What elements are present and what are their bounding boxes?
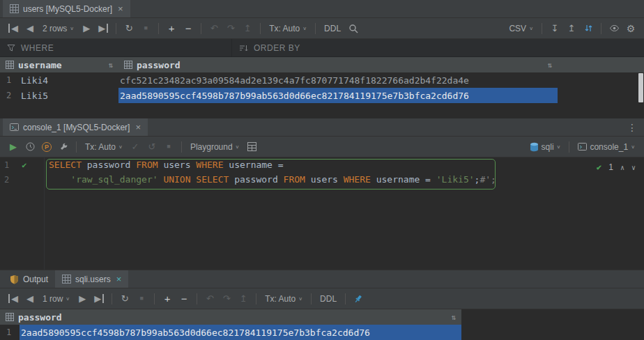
delete-row-button[interactable]: − [176,291,192,307]
tx-mode-dropdown[interactable]: Tx: Auto∨ [261,291,306,307]
success-double-check-icon: ✔✔ [597,162,601,172]
next-page-button[interactable]: ▶ [75,291,90,307]
scrollbar-thumb[interactable] [638,73,643,102]
tab-output[interactable]: Output [3,270,55,288]
ddl-button[interactable]: DDL [321,21,344,36]
redo-button[interactable]: ↷ [223,21,238,36]
column-header-password[interactable]: password ⇅ [0,309,461,325]
refresh-button[interactable]: ↻ [121,21,137,36]
table-icon [10,4,19,13]
sql-line[interactable]: 'raw_sql_danger' UNION SELECT password F… [45,172,644,187]
line-number: 1 [4,160,9,170]
tx-mode-dropdown[interactable]: Tx: Auto∨ [82,139,126,155]
column-header-password[interactable]: password ⇅ [118,57,558,72]
first-page-button[interactable]: ◀ [6,21,21,36]
minus-icon: − [181,293,187,304]
close-icon[interactable]: × [118,3,123,14]
tx-mode-dropdown[interactable]: Tx: Auto∨ [266,21,310,36]
tab-console-1[interactable]: console_1 [MySQL5-Docker] × [3,118,148,136]
prev-page-button[interactable]: ◀ [22,21,38,36]
sql-token: password [82,160,136,170]
collapse-down-icon[interactable]: ∨ [631,164,636,171]
stop-button[interactable]: ■ [138,21,153,36]
submit-button[interactable]: ↥ [240,21,255,36]
import-data-button[interactable]: ↥ [564,21,579,36]
sql-token: username = [224,160,284,170]
plus-icon: + [169,23,175,33]
collapse-up-icon[interactable]: ∧ [620,164,624,171]
rollback-button[interactable]: ↺ [144,139,160,155]
next-page-button[interactable]: ▶ [79,21,94,36]
pin-tab-button[interactable] [351,291,366,307]
run-button[interactable]: ▶ [6,139,21,155]
tab-users-grid[interactable]: users [MySQL5-Docker] × [3,0,130,17]
redo-button[interactable]: ↷ [219,291,234,307]
cell-password-selected[interactable]: 2aad5890595ccf4598b787b99ab563d0d66ec821… [118,88,558,103]
code-area[interactable]: SELECT password FROM users WHERE usernam… [45,157,644,187]
view-options-button[interactable] [606,21,622,36]
chevron-down-icon: ∨ [70,26,74,31]
search-button[interactable] [346,21,361,36]
where-filter-field[interactable]: WHERE [0,39,231,56]
cell-username[interactable]: Liki5 [20,88,118,103]
prev-page-button[interactable]: ◀ [22,291,38,307]
sort-toggle-icon[interactable]: ⇅ [547,61,552,70]
filter-icon [7,44,15,52]
refresh-button[interactable]: ↻ [117,291,132,307]
commit-button[interactable]: ✓ [128,139,143,155]
divider [256,293,256,304]
submit-button[interactable]: ↥ [236,291,251,307]
download-icon: ↧ [551,24,559,33]
close-icon[interactable]: × [116,274,122,284]
schema-dropdown[interactable]: sqli ∨ [526,139,565,155]
undo-button[interactable]: ↶ [206,21,222,36]
settings-button[interactable]: ⚙ [623,21,638,36]
close-icon[interactable]: × [135,122,141,132]
stop-button[interactable]: ■ [134,291,149,307]
session-label: console_1 [590,142,628,152]
tx-mode-label: Tx: Auto [269,24,300,33]
column-header-username[interactable]: username ⇅ [0,57,118,72]
tab-sqli-users[interactable]: sqli.users × [55,270,128,288]
divider [601,23,601,34]
cell-password[interactable]: cfc521c23482ac93a09584ad2e139c4a7fc87077… [118,72,558,88]
cell-username[interactable]: Liki4 [20,72,118,88]
wrench-icon [59,142,68,151]
last-page-button[interactable]: ▶ [91,291,107,307]
statement-ok-icon[interactable]: ✔ [22,160,26,170]
delete-row-button[interactable]: − [181,21,196,36]
first-page-button[interactable]: ◀ [6,291,21,307]
pin-icon [353,294,363,304]
page-size-dropdown[interactable]: 2 rows∨ [39,21,77,36]
cell-password-selected[interactable]: 2aad5890595ccf4598b787b99ab563d0d66ec821… [20,325,461,340]
order-by-field[interactable]: ORDER BY [231,39,644,56]
sort-toggle-icon[interactable]: ⇅ [108,61,113,70]
execution-history-button[interactable] [22,139,38,155]
last-page-button[interactable]: ▶ [95,21,111,36]
profiler-button[interactable]: P [39,139,54,155]
stop-button[interactable]: ■ [161,139,176,155]
p-badge-icon: P [42,142,52,152]
add-row-button[interactable]: + [160,291,175,307]
shield-icon [10,275,19,284]
sort-toggle-icon[interactable]: ⇅ [451,313,456,322]
sql-token: FROM [284,174,305,185]
ddl-button[interactable]: DDL [316,291,340,307]
export-format-dropdown[interactable]: CSV∨ [505,21,537,36]
session-dropdown[interactable]: console_1 ∨ [574,139,638,155]
configure-button[interactable] [56,139,71,155]
divider [542,23,542,34]
sql-line[interactable]: SELECT password FROM users WHERE usernam… [45,157,644,172]
undo-icon: ↶ [206,294,214,303]
export-data-button[interactable]: ↧ [547,21,562,36]
sql-token [49,174,70,185]
playground-dropdown[interactable]: Playground∨ [187,139,243,155]
page-size-dropdown[interactable]: 1 row∨ [39,291,73,307]
transpose-button[interactable] [581,21,596,36]
add-row-button[interactable]: + [164,21,179,36]
output-layout-button[interactable] [244,139,259,155]
undo-button[interactable]: ↶ [202,291,217,307]
more-menu-button[interactable]: ⋮ [620,118,644,136]
upload-icon: ↥ [568,24,576,33]
sql-editor[interactable]: 1 ✔ 2 SELECT password FROM users WHERE u… [0,157,644,270]
